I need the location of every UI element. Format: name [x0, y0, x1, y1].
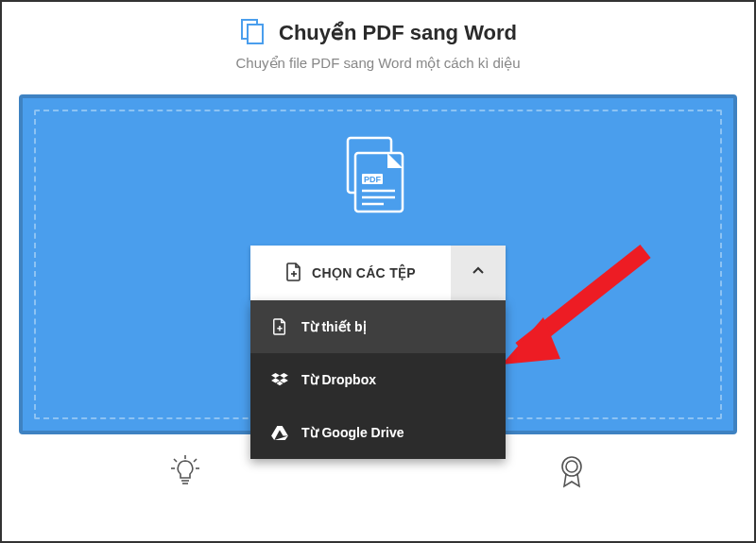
google-drive-icon	[271, 425, 288, 440]
menu-item-device[interactable]: Từ thiết bị	[250, 300, 506, 353]
drop-zone[interactable]: PDF	[34, 110, 722, 419]
svg-line-18	[194, 459, 197, 462]
svg-point-21	[562, 457, 581, 476]
page-title: Chuyển PDF sang Word	[279, 21, 517, 45]
svg-line-17	[174, 459, 177, 462]
award-ribbon-icon	[558, 455, 586, 493]
pdf-stack-icon: PDF	[340, 136, 416, 221]
svg-line-13	[521, 251, 645, 349]
annotation-arrow	[485, 244, 655, 389]
menu-item-label: Từ Google Drive	[301, 425, 404, 440]
bottom-icon-row	[19, 455, 737, 493]
file-picker: CHỌN CÁC TỆP	[250, 246, 506, 300]
menu-item-label: Từ thiết bị	[301, 319, 367, 334]
file-add-icon	[285, 263, 302, 284]
svg-rect-1	[248, 25, 263, 43]
menu-item-google-drive[interactable]: Từ Google Drive	[250, 406, 506, 459]
expand-sources-button[interactable]	[451, 246, 506, 300]
file-add-icon	[271, 318, 288, 335]
drop-panel[interactable]: PDF	[19, 94, 737, 434]
page-header: Chuyển PDF sang Word Chuyển file PDF san…	[19, 17, 737, 72]
svg-text:PDF: PDF	[364, 175, 382, 184]
chevron-up-icon	[472, 264, 485, 281]
menu-item-dropbox[interactable]: Từ Dropbox	[250, 353, 506, 406]
page-subtitle: Chuyển file PDF sang Word một cách kì di…	[19, 55, 737, 72]
dropbox-icon	[271, 372, 288, 387]
lightbulb-icon	[170, 455, 200, 493]
choose-files-button[interactable]: CHỌN CÁC TỆP	[250, 246, 451, 300]
menu-item-label: Từ Dropbox	[301, 372, 376, 387]
source-menu: Từ thiết bị Từ Dropbox	[250, 300, 506, 459]
copy-pages-icon	[239, 17, 267, 49]
choose-files-label: CHỌN CÁC TỆP	[312, 265, 416, 280]
svg-point-22	[566, 461, 577, 472]
